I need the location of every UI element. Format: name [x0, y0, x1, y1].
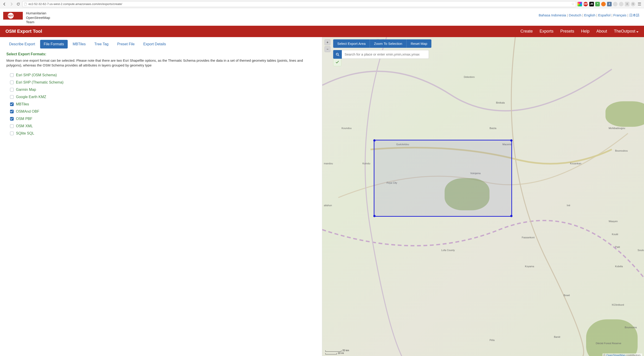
nav-link[interactable]: Help — [581, 29, 590, 34]
nav-link[interactable]: TheOutpost — [614, 29, 638, 34]
attrib-prefix: © — [604, 354, 606, 356]
jb-ext-icon[interactable]: JB — [589, 2, 594, 6]
hamburger-menu-icon[interactable]: ☰ — [637, 1, 642, 6]
format-item: Garmin Map — [10, 86, 316, 93]
zoom-controls: + − — [324, 39, 330, 52]
format-label[interactable]: SQlite SQL — [16, 131, 34, 135]
search-button[interactable] — [333, 50, 342, 59]
reload-button[interactable] — [16, 1, 21, 7]
zoom-in-button[interactable]: + — [324, 39, 330, 45]
forest-area-2 — [586, 319, 638, 356]
bookmark-star-icon[interactable]: ☆ — [571, 2, 574, 6]
format-checkbox[interactable] — [10, 73, 14, 77]
format-item: Google Earth KMZ — [10, 93, 316, 101]
main-split: Describe ExportFile FormatsMBTilesTree T… — [0, 37, 644, 356]
map-action-button[interactable]: Select Export Area — [333, 39, 370, 48]
map-place-label: Dekedoro — [464, 76, 475, 78]
map-place-label: Péla — [490, 339, 494, 342]
format-label[interactable]: OSMAnd OBF — [16, 110, 39, 114]
wizard-tab[interactable]: File Formats — [40, 40, 68, 48]
format-label[interactable]: Esri SHP (OSM Schema) — [16, 73, 57, 77]
site-header: HOT Humanitarian OpenStreetMap Team Baha… — [0, 8, 644, 26]
map-place-label: ailahun — [324, 204, 332, 207]
format-checkbox[interactable] — [10, 81, 14, 84]
wizard-tab[interactable]: Describe Export — [6, 40, 39, 48]
selection-handle-bl[interactable] — [373, 215, 376, 217]
format-label[interactable]: Esri SHP (Thematic Schema) — [16, 80, 64, 84]
brand: HOT Humanitarian OpenStreetMap Team — [3, 10, 50, 24]
map-place-label: Kobéla — [615, 265, 623, 268]
format-label[interactable]: MBTiles — [16, 102, 29, 106]
map-place-label: Waayen — [609, 220, 618, 223]
format-label[interactable]: OSM PBF — [16, 117, 32, 121]
wizard-tab[interactable]: Tree Tag — [91, 40, 112, 48]
browser-toolbar: ec2-52-32-62-7.us-west-2.compute.amazona… — [0, 0, 644, 8]
selection-box[interactable] — [374, 140, 512, 217]
map-pane[interactable]: YombiroBondekoroKoundoumandouKoinduailah… — [322, 37, 644, 356]
nav-link[interactable]: About — [596, 29, 607, 34]
scale-km: 20 km — [342, 349, 349, 352]
lang-link[interactable]: Bahasa Indonesia — [539, 13, 566, 17]
map-place-label: Koyama — [525, 265, 534, 268]
zoom-out-button[interactable]: − — [324, 46, 330, 52]
lang-link[interactable]: Français — [613, 13, 626, 17]
skype-ext-icon[interactable]: S — [631, 2, 635, 6]
format-checkbox[interactable] — [10, 95, 14, 99]
grey-ext-icon-1[interactable] — [613, 2, 618, 6]
search-icon — [336, 53, 339, 56]
brand-line3: Team — [26, 20, 50, 24]
map-search-row — [333, 50, 429, 59]
language-links: Bahasa Indonesia | Deutsch | English | E… — [539, 10, 640, 17]
wizard-tab[interactable]: Preset File — [114, 40, 138, 48]
nav-link[interactable]: Exports — [540, 29, 554, 34]
map-place-label: Koindu — [362, 162, 370, 165]
format-checkbox[interactable] — [10, 124, 14, 128]
url-bar[interactable]: ec2-52-32-62-7.us-west-2.compute.amazona… — [22, 1, 576, 7]
map-action-button[interactable]: Reset Map — [406, 39, 432, 48]
lang-link[interactable]: English — [584, 13, 595, 17]
lang-link[interactable]: Español — [598, 13, 610, 17]
color-wheel-ext-icon[interactable] — [578, 2, 582, 6]
extension-icons: ABP JB ❝ Z A S — [578, 2, 635, 6]
selection-handle-tl[interactable] — [373, 139, 376, 142]
format-checkbox[interactable] — [10, 88, 14, 92]
format-checkbox[interactable] — [10, 132, 14, 135]
format-checkbox[interactable] — [10, 117, 14, 121]
format-label[interactable]: Google Earth KMZ — [16, 95, 46, 99]
check-icon — [335, 60, 339, 64]
lang-link[interactable]: Deutsch — [569, 13, 581, 17]
adblock-ext-icon[interactable]: ABP — [584, 2, 588, 6]
wizard-tab[interactable]: Export Details — [140, 40, 170, 48]
map-place-label: Mohibadougou — [609, 127, 625, 130]
lang-link[interactable]: 日本語 — [629, 13, 640, 17]
format-checkbox[interactable] — [10, 110, 14, 113]
z-ext-icon[interactable]: Z — [607, 2, 612, 6]
map-action-button[interactable]: Zoom To Selection — [370, 39, 406, 48]
nav-link[interactable]: Create — [520, 29, 533, 34]
nav-links: CreateExportsPresetsHelpAboutTheOutpost — [520, 29, 638, 34]
a-ext-icon[interactable]: A — [625, 2, 630, 6]
brand-line1: Humanitarian — [26, 11, 50, 15]
map-place-label: N'Zérékoré — [612, 303, 624, 306]
left-pane: Describe ExportFile FormatsMBTilesTree T… — [0, 37, 322, 356]
map-place-label: Palé — [615, 246, 620, 248]
area-valid-indicator — [333, 58, 341, 66]
chevron-down-icon — [636, 31, 638, 32]
nav-link[interactable]: Presets — [560, 29, 574, 34]
format-checkbox[interactable] — [10, 102, 14, 106]
forward-button[interactable] — [9, 1, 14, 7]
attrib-link[interactable]: OpenStreetMap — [606, 354, 626, 356]
map-top-controls: Select Export AreaZoom To SelectionReset… — [333, 39, 640, 59]
format-item: MBTiles — [10, 101, 316, 108]
map-search-input[interactable] — [342, 50, 429, 59]
back-button[interactable] — [2, 1, 7, 7]
wizard-tab[interactable]: MBTiles — [69, 40, 89, 48]
format-label[interactable]: OSM XML — [16, 124, 33, 128]
format-label[interactable]: Garmin Map — [16, 88, 36, 92]
orange-ext-icon[interactable] — [601, 2, 606, 6]
grey-ext-icon-2[interactable] — [619, 2, 624, 6]
page-icon — [24, 2, 27, 6]
hot-logo[interactable]: HOT — [3, 10, 24, 21]
selection-handle-tr[interactable] — [510, 139, 512, 142]
hangouts-ext-icon[interactable]: ❝ — [595, 2, 600, 6]
